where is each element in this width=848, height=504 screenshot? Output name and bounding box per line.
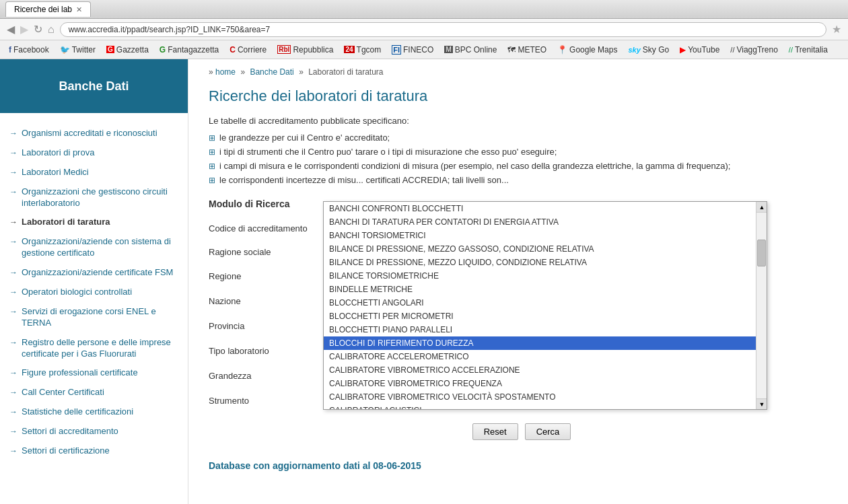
gazzetta-icon: G <box>106 46 114 53</box>
bookmark-fineco[interactable]: FI FINECO <box>387 43 438 57</box>
scrollbar-track <box>756 213 767 398</box>
bookmark-twitter[interactable]: 🐦 Twitter <box>55 43 100 57</box>
sidebar-item-label: Laboratori di prova <box>22 147 94 159</box>
meteo-icon: 🗺 <box>507 45 516 55</box>
arrow-icon: → <box>9 187 17 198</box>
breadcrumb-home[interactable]: home <box>215 67 236 77</box>
bookmark-repubblica[interactable]: Rbl Repubblica <box>273 43 338 57</box>
dropdown-item-banchi-confronti[interactable]: BANCHI CONFRONTI BLOCCHETTI <box>324 202 756 215</box>
browser-tab[interactable]: Ricerche dei lab ✕ <box>5 1 91 17</box>
arrow-icon: → <box>9 427 17 437</box>
cerca-button[interactable]: Cerca <box>525 423 571 440</box>
sidebar-item-label: Operatori biologici controllati <box>22 287 132 298</box>
bookmark-meteo[interactable]: 🗺 METEO <box>503 43 551 57</box>
sidebar-item-figure-professionali[interactable]: → Figure professionali certificate <box>7 363 181 383</box>
bookmark-fineco-label: FINECO <box>403 45 433 55</box>
bookmark-trenitalia-label: Trenitalia <box>795 45 828 55</box>
form-section: Modulo di Ricerca Codice di accreditamen… <box>209 199 835 440</box>
reset-button[interactable]: Reset <box>472 423 518 440</box>
back-icon[interactable]: ◀ <box>7 23 15 36</box>
skygo-icon: sky <box>628 46 640 54</box>
dropdown-item-calibratori-acustici[interactable]: CALIBRATORI ACUSTICI <box>324 404 756 409</box>
dropdown-item-bilance-torsiometriche[interactable]: BILANCE TORSIOMETRICHE <box>324 269 756 283</box>
arrow-icon: → <box>9 217 17 228</box>
sidebar-item-label: Servizi di erogazione corsi ENEL e TERNA <box>22 306 178 329</box>
bookmark-trenitalia[interactable]: // Trenitalia <box>784 43 833 57</box>
bookmark-googlemaps-label: Google Maps <box>569 45 617 55</box>
bookmark-gazzetta-label: Gazzetta <box>116 45 149 55</box>
sidebar-item-organizzazioni-fsm[interactable]: → Organizzazioni/aziende certificate FSM <box>7 263 181 283</box>
dropdown-item-calibratore-accelerometrico[interactable]: CALIBRATORE ACCELEROMETRICO <box>324 350 756 363</box>
bookmark-star-icon[interactable]: ★ <box>832 23 841 36</box>
sidebar-item-servizi-erogazione[interactable]: → Servizi di erogazione corsi ENEL e TER… <box>7 302 181 333</box>
bookmark-skygo[interactable]: sky Sky Go <box>623 43 674 57</box>
url-input[interactable]: www.accredia.it/ppadt/search.jsp?ID_LINK… <box>60 22 826 37</box>
sidebar-item-label: Organizzazioni che gestiscono circuiti i… <box>22 186 178 209</box>
bookmark-tgcom[interactable]: 24 Tgcom <box>339 43 386 57</box>
sidebar-item-laboratori-medici[interactable]: → Laboratori Medici <box>7 163 181 182</box>
dropdown-item-bilance-liq[interactable]: BILANCE DI PRESSIONE, MEZZO LIQUIDO, CON… <box>324 256 756 269</box>
facebook-icon: f <box>9 45 11 55</box>
forward-icon[interactable]: ▶ <box>20 23 28 36</box>
scrollbar-down-arrow[interactable]: ▼ <box>756 398 767 409</box>
sidebar-item-label: Laboratori Medici <box>22 167 89 178</box>
dropdown-item-banchi-torsiometrici[interactable]: BANCHI TORSIOMETRICI <box>324 229 756 242</box>
arrow-icon: → <box>9 237 17 248</box>
dropdown-item-banchi-taratura[interactable]: BANCHI DI TARATURA PER CONTATORI DI ENER… <box>324 215 756 229</box>
sidebar-item-laboratori-taratura[interactable]: → Laboratori di taratura <box>7 213 181 232</box>
bookmark-viaggiatreno-label: ViaggTreno <box>736 45 777 55</box>
bookmark-bpc-label: BPC Online <box>455 45 497 55</box>
home-icon[interactable]: ⌂ <box>48 24 55 36</box>
dropdown-item-blocchetti-micrometri[interactable]: BLOCCHETTI PER MICROMETRI <box>324 310 756 323</box>
refresh-icon[interactable]: ↻ <box>34 23 42 36</box>
corriere-icon: C <box>229 45 236 55</box>
googlemaps-icon: 📍 <box>557 45 567 55</box>
sidebar-item-statistiche[interactable]: → Statistiche delle certificazioni <box>7 402 181 422</box>
viaggiatreno-icon: // <box>730 46 734 54</box>
breadcrumb-current: Laboratori di taratura <box>308 67 383 77</box>
breadcrumb: » home » Banche Dati » Laboratori di tar… <box>209 59 835 82</box>
bookmark-repubblica-label: Repubblica <box>293 45 333 55</box>
arrow-icon: → <box>9 168 17 178</box>
desc-item-1: ⊞ le grandezze per cui il Centro e' accr… <box>209 133 835 143</box>
desc-item-3-text: i campi di misura e le corrispondenti co… <box>219 161 730 171</box>
sidebar-item-call-center[interactable]: → Call Center Certificati <box>7 383 181 402</box>
grandezza-dropdown[interactable]: BANCHI CONFRONTI BLOCCHETTI BANCHI DI TA… <box>323 201 767 410</box>
dropdown-item-bilance-gas[interactable]: BILANCE DI PRESSIONE, MEZZO GASSOSO, CON… <box>324 242 756 256</box>
bookmark-gazzetta[interactable]: G Gazzetta <box>102 43 153 57</box>
dropdown-item-calibratore-vib-vel[interactable]: CALIBRATORE VIBROMETRICO VELOCITÀ SPOSTA… <box>324 390 756 404</box>
dropdown-item-blocchetti-angolari[interactable]: BLOCCHETTI ANGOLARI <box>324 296 756 310</box>
arrow-icon: → <box>9 129 17 139</box>
bookmark-viaggiatreno[interactable]: // ViaggTreno <box>726 43 783 57</box>
bookmark-googlemaps[interactable]: 📍 Google Maps <box>553 43 622 57</box>
address-bar: ◀ ▶ ↻ ⌂ www.accredia.it/ppadt/search.jsp… <box>0 19 848 40</box>
dropdown-scrollbar[interactable]: ▲ ▼ <box>756 202 767 409</box>
sidebar-item-settori-accreditamento[interactable]: → Settori di accreditamento <box>7 422 181 441</box>
sidebar-item-laboratori-prova[interactable]: → Laboratori di prova <box>7 143 181 163</box>
desc-item-4-text: le corrispondenti incertezze di misu... … <box>219 175 509 185</box>
sidebar-item-organizzazioni-circuiti[interactable]: → Organizzazioni che gestiscono circuiti… <box>7 182 181 213</box>
bookmark-facebook[interactable]: f Facebook <box>4 43 54 57</box>
scrollbar-up-arrow[interactable]: ▲ <box>756 202 767 213</box>
sidebar-item-organizzazioni-gestione[interactable]: → Organizzazioni/aziende con sistema di … <box>7 232 181 263</box>
arrow-icon: → <box>9 446 17 457</box>
breadcrumb-banche-dati[interactable]: Banche Dati <box>250 67 293 77</box>
bookmark-bpc[interactable]: M BPC Online <box>439 43 501 57</box>
sidebar-item-registro-persone[interactable]: → Registro delle persone e delle imprese… <box>7 333 181 364</box>
fineco-icon: FI <box>392 45 401 55</box>
form-label-grandezza: Grandezza <box>209 371 316 381</box>
sidebar-item-settori-certificazione[interactable]: → Settori di certificazione <box>7 441 181 461</box>
bookmark-corriere[interactable]: C Corriere <box>225 43 271 57</box>
sidebar-item-organismi[interactable]: → Organismi accreditati e riconosciuti <box>7 124 181 143</box>
sidebar-item-operatori-biologici[interactable]: → Operatori biologici controllati <box>7 283 181 302</box>
dropdown-item-calibratore-vib-freq[interactable]: CALIBRATORE VIBROMETRICO FREQUENZA <box>324 377 756 390</box>
bookmark-youtube[interactable]: ▶ YouTube <box>675 43 724 57</box>
dropdown-item-bindelle[interactable]: BINDELLE METRICHE <box>324 283 756 296</box>
dropdown-item-calibratore-vib-acc[interactable]: CALIBRATORE VIBROMETRICO ACCELERAZIONE <box>324 363 756 377</box>
breadcrumb-sep: » <box>240 67 247 77</box>
scrollbar-thumb[interactable] <box>757 240 766 266</box>
bookmark-fantagazzetta[interactable]: G Fantagazzetta <box>155 43 223 57</box>
dropdown-item-blocchetti-piano[interactable]: BLOCCHETTI PIANO PARALLELI <box>324 323 756 336</box>
dropdown-item-blocchi-durezza[interactable]: BLOCCHI DI RIFERIMENTO DUREZZA <box>324 336 756 350</box>
tab-close-button[interactable]: ✕ <box>76 5 82 14</box>
